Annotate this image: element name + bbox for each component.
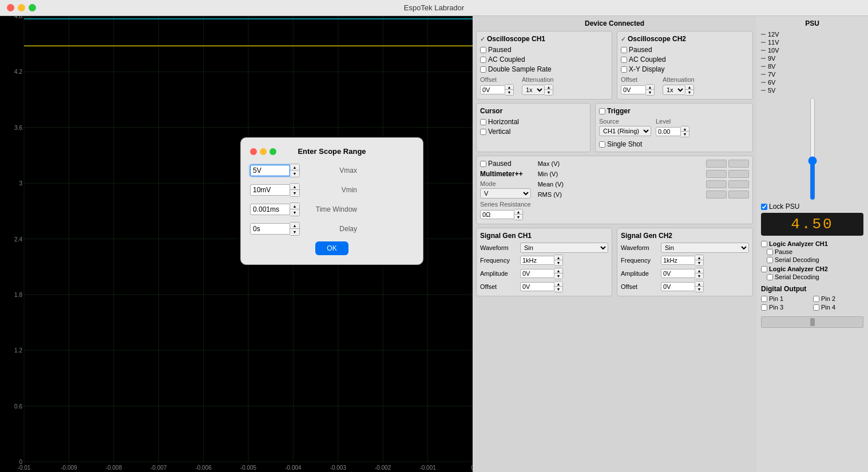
siggen-ch1-amp-up[interactable]: ▲ <box>554 268 562 273</box>
pin3-row[interactable]: Pin 3 <box>761 304 811 311</box>
trigger-single-row[interactable]: Single Shot <box>599 140 749 148</box>
close-button[interactable] <box>7 4 14 11</box>
modal-vmin-down[interactable]: ▼ <box>290 190 299 196</box>
ch1-atten-down[interactable]: ▼ <box>545 90 553 95</box>
ch1-atten-spinner[interactable]: 1x10x100x ▲ ▼ <box>522 84 554 96</box>
ch2-xy-checkbox[interactable] <box>621 66 627 73</box>
modal-timewindow-up[interactable]: ▲ <box>290 203 299 209</box>
siggen-ch2-amp-spinner[interactable]: ▲ ▼ <box>661 268 749 279</box>
siggen-ch1-freq-input[interactable] <box>520 256 554 265</box>
ch2-atten-select[interactable]: 1x10x100x <box>663 85 685 95</box>
psu-lock-checkbox[interactable] <box>761 204 767 210</box>
cursor-horizontal-checkbox[interactable] <box>480 119 486 125</box>
siggen-ch1-waveform-select[interactable]: SinSquareTriangle <box>520 243 608 253</box>
logic-ch2-serial-row[interactable]: Serial Decoding <box>761 273 863 280</box>
ch2-atten-up[interactable]: ▲ <box>685 85 693 90</box>
modal-vmax-down[interactable]: ▼ <box>290 170 299 177</box>
siggen-ch1-offset-up[interactable]: ▲ <box>554 281 562 287</box>
cursor-vertical-row[interactable]: Vertical <box>480 128 586 136</box>
siggen-ch2-freq-down[interactable]: ▼ <box>695 260 703 265</box>
modal-delay-spinner[interactable]: ▲ ▼ <box>250 222 300 236</box>
cursor-vertical-checkbox[interactable] <box>480 129 486 135</box>
siggen-ch1-amp-spinner[interactable]: ▲ ▼ <box>520 268 608 279</box>
psu-lock-row[interactable]: Lock PSU <box>761 203 863 211</box>
siggen-ch1-freq-down[interactable]: ▼ <box>554 260 562 265</box>
mm-series-input[interactable] <box>480 210 514 219</box>
mm-paused-row[interactable]: Paused <box>480 160 531 168</box>
modal-delay-down[interactable]: ▼ <box>290 229 299 235</box>
modal-delay-input[interactable] <box>250 223 290 235</box>
ch1-paused-row[interactable]: Paused <box>480 46 608 54</box>
siggen-ch1-offset-input[interactable] <box>520 282 554 291</box>
siggen-ch2-amp-input[interactable] <box>661 269 695 278</box>
ch1-double-checkbox[interactable] <box>480 66 486 73</box>
ch2-offset-spinner[interactable]: ▲ ▼ <box>621 84 655 96</box>
siggen-ch2-amp-down[interactable]: ▼ <box>695 273 703 279</box>
logic-ch1-serial-checkbox[interactable] <box>767 257 773 263</box>
trigger-level-input[interactable] <box>656 127 681 136</box>
pin3-checkbox[interactable] <box>761 304 767 311</box>
ch1-offset-down[interactable]: ▼ <box>505 90 513 95</box>
modal-ok-button[interactable]: OK <box>315 241 348 255</box>
modal-delay-up[interactable]: ▲ <box>290 223 299 229</box>
ch2-ac-checkbox[interactable] <box>621 57 627 63</box>
modal-window-controls[interactable] <box>250 148 276 155</box>
pin1-checkbox[interactable] <box>761 296 767 302</box>
cursor-horizontal-row[interactable]: Horizontal <box>480 118 586 126</box>
modal-vmin-input[interactable] <box>250 184 290 196</box>
maximize-button[interactable] <box>29 4 36 11</box>
ch1-double-row[interactable]: Double Sample Rate <box>480 65 608 73</box>
ch2-offset-up[interactable]: ▲ <box>646 85 654 90</box>
pin2-checkbox[interactable] <box>813 296 819 302</box>
ch2-offset-input[interactable] <box>621 85 646 94</box>
siggen-ch2-freq-spinner[interactable]: ▲ ▼ <box>661 255 749 266</box>
modal-close-btn[interactable] <box>250 148 257 155</box>
modal-vmin-spinner[interactable]: ▲ ▼ <box>250 183 300 197</box>
siggen-ch2-freq-input[interactable] <box>661 256 695 265</box>
trigger-source-select[interactable]: CH1 (Rising) CH1 (Falling) CH2 (Rising) … <box>599 126 651 136</box>
logic-ch2-serial-checkbox[interactable] <box>767 274 773 280</box>
modal-vmax-input[interactable] <box>250 165 290 176</box>
ch1-offset-input[interactable] <box>480 85 505 94</box>
ch1-ac-row[interactable]: AC Coupled <box>480 55 608 64</box>
siggen-ch2-waveform-select[interactable]: SinSquareTriangle <box>661 243 749 253</box>
ch2-atten-down[interactable]: ▼ <box>685 90 693 95</box>
ch2-xy-row[interactable]: X-Y Display <box>621 65 749 73</box>
ch1-ac-checkbox[interactable] <box>480 57 486 63</box>
trigger-checkbox[interactable] <box>599 108 605 114</box>
ch1-offset-spinner[interactable]: ▲ ▼ <box>480 84 514 96</box>
trigger-single-checkbox[interactable] <box>599 141 605 148</box>
mm-series-spinner[interactable]: ▲ ▼ <box>480 209 531 220</box>
logic-ch1-pause-checkbox[interactable] <box>767 249 773 255</box>
trigger-level-down[interactable]: ▼ <box>681 132 689 137</box>
pin1-row[interactable]: Pin 1 <box>761 295 811 302</box>
modal-vmin-up[interactable]: ▲ <box>290 184 299 190</box>
modal-timewindow-down[interactable]: ▼ <box>290 209 299 216</box>
pin2-row[interactable]: Pin 2 <box>813 295 863 302</box>
trigger-level-spinner[interactable]: ▲ ▼ <box>656 126 689 137</box>
mm-mode-select[interactable]: VAΩF <box>480 188 531 199</box>
ch1-atten-up[interactable]: ▲ <box>545 85 553 90</box>
psu-slider[interactable] <box>808 97 817 200</box>
ch2-offset-down[interactable]: ▼ <box>646 90 654 95</box>
siggen-ch1-amp-input[interactable] <box>520 269 554 278</box>
siggen-ch2-offset-down[interactable]: ▼ <box>695 287 703 292</box>
minimize-button[interactable] <box>18 4 25 11</box>
ch1-offset-up[interactable]: ▲ <box>505 85 513 90</box>
siggen-ch1-freq-spinner[interactable]: ▲ ▼ <box>520 255 608 266</box>
modal-timewindow-input[interactable] <box>250 204 290 215</box>
siggen-ch1-offset-down[interactable]: ▼ <box>554 287 562 292</box>
siggen-ch2-freq-up[interactable]: ▲ <box>695 255 703 260</box>
siggen-ch2-amp-up[interactable]: ▲ <box>695 268 703 273</box>
logic-ch1-checkbox[interactable] <box>761 241 767 247</box>
logic-ch1-pause-row[interactable]: Pause <box>761 248 863 255</box>
logic-ch1-serial-row[interactable]: Serial Decoding <box>761 256 863 263</box>
siggen-ch1-freq-up[interactable]: ▲ <box>554 255 562 260</box>
modal-timewindow-spinner[interactable]: ▲ ▼ <box>250 203 300 216</box>
siggen-ch2-offset-spinner[interactable]: ▲ ▼ <box>661 281 749 292</box>
siggen-ch1-offset-spinner[interactable]: ▲ ▼ <box>520 281 608 292</box>
pin4-checkbox[interactable] <box>813 304 819 311</box>
trigger-level-up[interactable]: ▲ <box>681 126 689 132</box>
ch2-atten-spinner[interactable]: 1x10x100x ▲ ▼ <box>663 84 695 96</box>
modal-vmax-spinner[interactable]: ▲ ▼ <box>250 164 300 177</box>
